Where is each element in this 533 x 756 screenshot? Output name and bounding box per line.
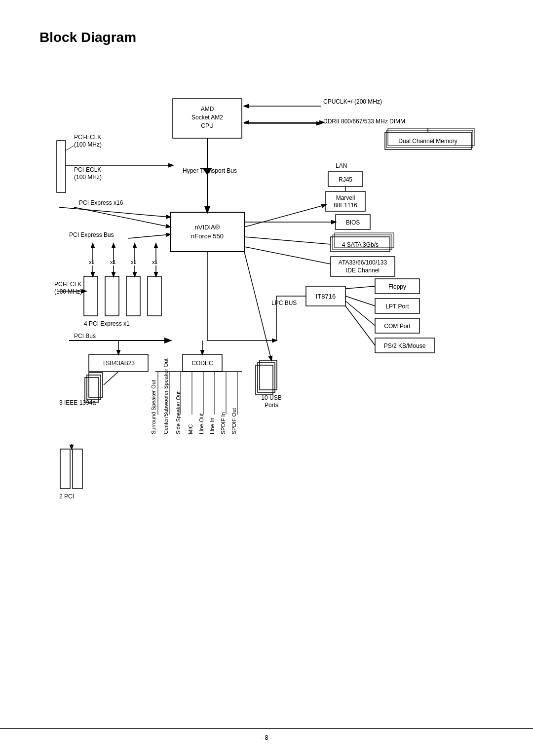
svg-rect-61 xyxy=(105,276,119,316)
svg-rect-63 xyxy=(148,276,161,316)
svg-text:(100 MHz): (100 MHz) xyxy=(74,141,102,148)
svg-text:Side Speaker Out: Side Speaker Out xyxy=(175,391,181,434)
svg-rect-60 xyxy=(84,276,98,316)
svg-text:LPT Port: LPT Port xyxy=(385,303,409,310)
svg-text:x1: x1 xyxy=(152,259,158,265)
svg-text:PCI Bus: PCI Bus xyxy=(74,333,96,340)
svg-rect-128 xyxy=(57,141,66,192)
svg-text:CPU: CPU xyxy=(201,122,213,129)
svg-text:SPDIF Out: SPDIF Out xyxy=(231,408,237,434)
svg-text:nVIDIA®: nVIDIA® xyxy=(195,224,220,231)
svg-text:SPDIF In: SPDIF In xyxy=(220,412,226,434)
svg-text:Line-In: Line-In xyxy=(209,417,215,434)
svg-text:88E1116: 88E1116 xyxy=(334,202,357,209)
svg-text:x1: x1 xyxy=(131,259,137,265)
svg-rect-100 xyxy=(256,365,273,395)
svg-text:IDE Channel: IDE Channel xyxy=(346,267,380,274)
svg-text:4 SATA 3Gb/s: 4 SATA 3Gb/s xyxy=(342,241,379,248)
svg-line-88 xyxy=(345,306,375,345)
svg-text:AMD: AMD xyxy=(201,106,214,113)
svg-line-30 xyxy=(244,205,326,227)
svg-text:x1: x1 xyxy=(89,259,95,265)
svg-text:Floppy: Floppy xyxy=(388,283,406,290)
svg-text:ATA33/66/100/133: ATA33/66/100/133 xyxy=(339,259,387,266)
svg-text:Dual Channel Memory: Dual Channel Memory xyxy=(398,138,457,145)
svg-line-42 xyxy=(244,247,331,264)
svg-text:PCI Express Bus: PCI Express Bus xyxy=(69,231,114,238)
svg-text:CODEC: CODEC xyxy=(191,360,213,367)
svg-text:x1: x1 xyxy=(110,259,116,265)
svg-text:Marvell: Marvell xyxy=(336,194,355,201)
svg-rect-102 xyxy=(260,360,277,390)
svg-text:Surround Speaker Out: Surround Speaker Out xyxy=(151,380,156,434)
svg-rect-101 xyxy=(258,363,275,392)
svg-text:TSB43AB23: TSB43AB23 xyxy=(102,360,135,367)
svg-rect-62 xyxy=(126,276,140,316)
svg-text:10 USB: 10 USB xyxy=(261,394,281,401)
svg-line-38 xyxy=(244,237,331,244)
page-title: Block Diagram xyxy=(39,30,136,45)
svg-text:Center/Subwoofer Speaker Out: Center/Subwoofer Speaker Out xyxy=(163,359,169,434)
page-footer: - 8 - xyxy=(0,728,533,741)
svg-text:PCI-ECLK: PCI-ECLK xyxy=(54,281,81,288)
block-diagram: AMD Socket AM2 CPU CPUCLK+/-(200 MHz) DD… xyxy=(30,59,503,701)
svg-line-132 xyxy=(66,146,74,151)
svg-text:Line-Out: Line-Out xyxy=(198,414,204,434)
svg-text:nForce 550: nForce 550 xyxy=(191,232,224,240)
svg-line-95 xyxy=(104,372,118,385)
svg-text:DDRII 800/667/533 MHz DIMM: DDRII 800/667/533 MHz DIMM xyxy=(323,118,405,125)
svg-text:PCI-ECLK: PCI-ECLK xyxy=(74,166,101,173)
svg-line-105 xyxy=(244,252,271,360)
svg-text:CPUCLK+/-(200 MHz): CPUCLK+/-(200 MHz) xyxy=(323,98,382,105)
svg-text:LAN: LAN xyxy=(336,162,347,169)
svg-text:IT8716: IT8716 xyxy=(316,293,336,300)
svg-text:PS/2 KB/Mouse: PS/2 KB/Mouse xyxy=(384,342,426,349)
svg-text:COM Port: COM Port xyxy=(384,323,411,330)
svg-text:BIOS: BIOS xyxy=(346,219,360,226)
svg-text:(100 MHz): (100 MHz) xyxy=(74,174,102,181)
svg-rect-124 xyxy=(60,449,70,489)
svg-rect-27 xyxy=(170,212,244,252)
svg-text:Socket AM2: Socket AM2 xyxy=(191,114,223,121)
svg-text:4 PCI Express x1: 4 PCI Express x1 xyxy=(84,320,130,327)
svg-line-79 xyxy=(345,286,375,289)
svg-line-47 xyxy=(128,234,170,238)
svg-text:(100 MHz): (100 MHz) xyxy=(54,288,82,295)
svg-text:2 PCI: 2 PCI xyxy=(59,493,74,500)
svg-text:MIC: MIC xyxy=(188,424,193,434)
svg-text:RJ45: RJ45 xyxy=(339,176,352,183)
svg-text:LPC BUS: LPC BUS xyxy=(271,300,297,306)
svg-text:Ports: Ports xyxy=(265,402,278,409)
svg-text:PCI Express x16: PCI Express x16 xyxy=(79,199,123,206)
svg-text:PCI-ECLK: PCI-ECLK xyxy=(74,134,101,141)
svg-text:3 IEEE 1394a: 3 IEEE 1394a xyxy=(59,399,96,406)
svg-rect-125 xyxy=(73,449,82,489)
